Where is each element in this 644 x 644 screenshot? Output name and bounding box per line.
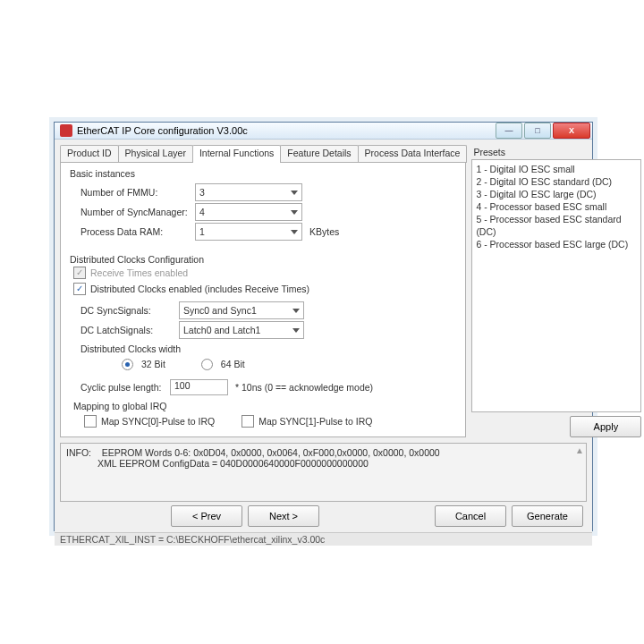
- preset-item[interactable]: 1 - Digital IO ESC small: [476, 163, 637, 175]
- info-log[interactable]: INFO: EEPROM Words 0-6: 0x0D04, 0x0000, …: [60, 443, 587, 502]
- syncsig-combo[interactable]: Sync0 and Sync1: [179, 301, 304, 319]
- latchsig-combo[interactable]: Latch0 and Latch1: [179, 321, 304, 339]
- receive-times-label: Receive Times enabled: [90, 267, 188, 278]
- presets-title: Presets: [471, 145, 641, 159]
- minimize-button[interactable]: —: [496, 123, 522, 139]
- map-sync0-checkbox[interactable]: [84, 415, 97, 428]
- chevron-down-icon: [292, 328, 300, 333]
- maximize-button[interactable]: □: [524, 123, 551, 139]
- generate-button[interactable]: Generate: [512, 505, 583, 527]
- prev-button[interactable]: < Prev: [171, 505, 242, 527]
- close-button[interactable]: X: [553, 123, 590, 139]
- ram-label: Process Data RAM:: [80, 226, 195, 237]
- window-title: EtherCAT IP Core configuration V3.00c: [77, 125, 494, 136]
- tab-internal-functions[interactable]: Internal Functions: [192, 145, 281, 163]
- info-line2: XML EEPROM ConfigData = 040D0000640000F0…: [97, 458, 369, 469]
- dc-enabled-checkbox[interactable]: ✓: [73, 283, 86, 295]
- titlebar[interactable]: EtherCAT IP Core configuration V3.00c — …: [55, 123, 592, 140]
- tab-feature-details[interactable]: Feature Details: [280, 145, 358, 163]
- map-sync1-checkbox[interactable]: [242, 415, 254, 428]
- status-bar: ETHERCAT_XIL_INST = C:\BECKHOFF\ethercat…: [55, 532, 592, 546]
- presets-panel: Presets 1 - Digital IO ESC small 2 - Dig…: [471, 145, 641, 437]
- tab-host: Product ID Physical Layer Internal Funct…: [60, 145, 466, 437]
- preset-item[interactable]: 6 - Processor based ESC large (DC): [476, 238, 637, 250]
- nav-buttons: < Prev Next > Cancel Generate: [60, 502, 587, 530]
- dc-enabled-label: Distributed Clocks enabled (includes Rec…: [90, 284, 309, 294]
- next-button[interactable]: Next >: [248, 505, 319, 527]
- fmmu-combo[interactable]: 3: [195, 183, 302, 201]
- preset-item[interactable]: 3 - Digital IO ESC large (DC): [476, 188, 637, 200]
- map-irq-title: Mapping to global IRQ: [68, 401, 458, 411]
- cyc-unit: * 10ns (0 == acknowledge mode): [235, 382, 373, 393]
- tab-product-id[interactable]: Product ID: [60, 145, 119, 163]
- preset-item[interactable]: 5 - Processor based ESC standard (DC): [476, 213, 637, 238]
- presets-list[interactable]: 1 - Digital IO ESC small 2 - Digital IO …: [471, 159, 641, 412]
- cancel-button[interactable]: Cancel: [435, 505, 506, 527]
- chevron-down-icon: [291, 191, 298, 195]
- ram-combo[interactable]: 1: [195, 223, 302, 241]
- ram-unit: KBytes: [309, 226, 339, 237]
- basic-title: Basic instances: [68, 168, 458, 179]
- dcc-title: Distributed Clocks Configuration: [68, 254, 458, 265]
- group-basic-instances: Basic instances Number of FMMU: 3 Number…: [68, 168, 458, 245]
- apply-button[interactable]: Apply: [570, 416, 641, 437]
- syncsig-label: DC SyncSignals:: [80, 305, 179, 316]
- info-line1: EEPROM Words 0-6: 0x0D04, 0x0000, 0x0064…: [102, 447, 440, 458]
- width-64-radio[interactable]: [201, 359, 213, 370]
- preset-item[interactable]: 4 - Processor based ESC small: [476, 200, 637, 213]
- latchsig-label: DC LatchSignals:: [80, 325, 179, 335]
- tab-process-data-interface[interactable]: Process Data Interface: [358, 145, 468, 163]
- syncmgr-label: Number of SyncManager:: [80, 207, 195, 217]
- chevron-down-icon: [291, 210, 298, 215]
- fmmu-label: Number of FMMU:: [80, 187, 195, 198]
- width-32-radio[interactable]: [122, 359, 133, 370]
- cyc-input[interactable]: 100: [170, 379, 228, 395]
- info-prefix: INFO:: [66, 447, 91, 458]
- syncmgr-combo[interactable]: 4: [195, 203, 302, 221]
- app-icon: [60, 124, 72, 137]
- client-area: Product ID Physical Layer Internal Funct…: [55, 140, 592, 532]
- dc-width-title: Distributed Clocks width: [68, 343, 458, 354]
- chevron-down-icon: [291, 230, 298, 234]
- receive-times-checkbox: ✓: [73, 267, 86, 279]
- preset-item[interactable]: 2 - Digital IO ESC standard (DC): [476, 175, 637, 188]
- scroll-up-icon[interactable]: ▲: [575, 445, 584, 455]
- main-window: EtherCAT IP Core configuration V3.00c — …: [54, 122, 593, 531]
- group-dc-config: Distributed Clocks Configuration ✓ Recei…: [68, 254, 458, 431]
- tab-body: Basic instances Number of FMMU: 3 Number…: [60, 162, 466, 437]
- chevron-down-icon: [292, 309, 300, 313]
- cyc-label: Cyclic pulse length:: [80, 382, 170, 393]
- tab-physical-layer[interactable]: Physical Layer: [118, 145, 193, 163]
